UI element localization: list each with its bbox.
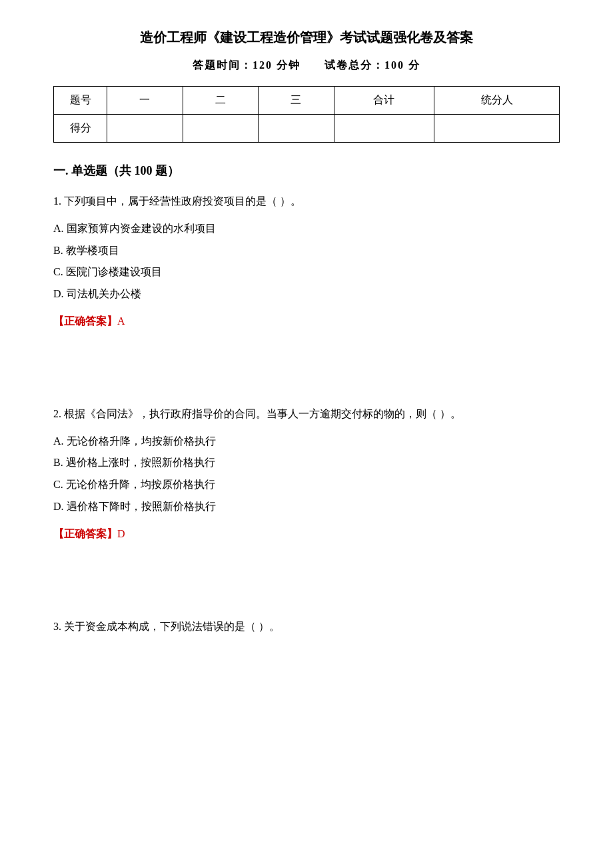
question-1-option-b: B. 教学楼项目 <box>53 241 560 261</box>
question-2-option-a: A. 无论价格升降，均按新价格执行 <box>53 432 560 451</box>
total-score: 试卷总分：100 分 <box>324 59 420 71</box>
section1-title: 一. 单选题（共 100 题） <box>53 163 560 179</box>
question-2-option-c: C. 无论价格升降，均按原价格执行 <box>53 475 560 495</box>
score-cell-2[interactable] <box>183 115 259 143</box>
score-cell-1[interactable] <box>107 115 183 143</box>
question-1-answer: 【正确答案】A <box>53 312 560 331</box>
score-label: 得分 <box>54 115 107 143</box>
question-3-text: 3. 关于资金成本构成，下列说法错误的是（ ）。 <box>53 617 560 637</box>
question-2-text: 2. 根据《合同法》，执行政府指导价的合同。当事人一方逾期交付标的物的，则（ ）… <box>53 405 560 424</box>
score-cell-grader[interactable] <box>434 115 560 143</box>
page-title: 造价工程师《建设工程造价管理》考试试题强化卷及答案 <box>53 27 560 48</box>
score-table-header-4: 合计 <box>334 87 434 115</box>
question-1-text: 1. 下列项目中，属于经营性政府投资项目的是（ ）。 <box>53 192 560 211</box>
score-table-header-3: 三 <box>259 87 334 115</box>
score-table-header-2: 二 <box>183 87 259 115</box>
score-cell-3[interactable] <box>259 115 334 143</box>
score-cell-total[interactable] <box>334 115 434 143</box>
question-2-answer: 【正确答案】D <box>53 525 560 544</box>
question-2-option-d: D. 遇价格下降时，按照新价格执行 <box>53 497 560 517</box>
question-1-option-d: D. 司法机关办公楼 <box>53 285 560 304</box>
question-2: 2. 根据《合同法》，执行政府指导价的合同。当事人一方逾期交付标的物的，则（ ）… <box>53 405 560 544</box>
exam-time: 答题时间：120 分钟 <box>193 59 301 71</box>
question-1-option-c: C. 医院门诊楼建设项目 <box>53 263 560 282</box>
score-table: 题号 一 二 三 合计 统分人 得分 <box>53 86 560 143</box>
question-2-option-b: B. 遇价格上涨时，按照新价格执行 <box>53 453 560 473</box>
question-3: 3. 关于资金成本构成，下列说法错误的是（ ）。 <box>53 617 560 637</box>
score-table-header-1: 一 <box>107 87 183 115</box>
score-table-header-5: 统分人 <box>434 87 560 115</box>
exam-info: 答题时间：120 分钟 试卷总分：100 分 <box>53 59 560 73</box>
question-1-option-a: A. 国家预算内资金建设的水利项目 <box>53 219 560 239</box>
score-table-header-0: 题号 <box>54 87 107 115</box>
question-1: 1. 下列项目中，属于经营性政府投资项目的是（ ）。 A. 国家预算内资金建设的… <box>53 192 560 331</box>
